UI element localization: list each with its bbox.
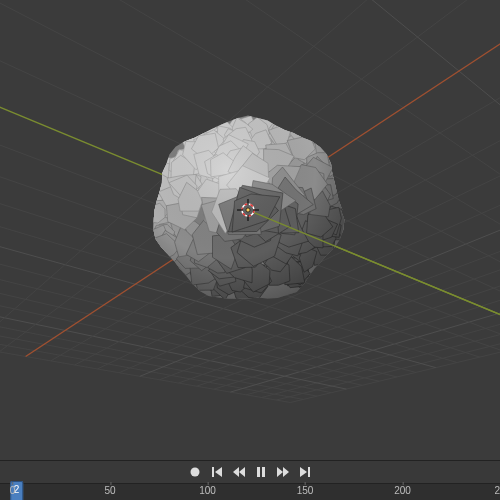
svg-marker-50 — [215, 467, 222, 477]
timeline-tick: 50 — [104, 485, 115, 496]
svg-rect-54 — [262, 467, 265, 477]
playback-controls — [186, 464, 314, 480]
svg-point-48 — [191, 468, 200, 477]
jump-to-end-button[interactable] — [296, 464, 314, 480]
svg-rect-58 — [308, 467, 310, 477]
timeline-panel: 2 05010015020025 — [0, 460, 500, 500]
jump-to-start-button[interactable] — [208, 464, 226, 480]
svg-marker-56 — [283, 467, 289, 477]
timeline-tick: 0 — [10, 485, 16, 496]
svg-marker-55 — [277, 467, 283, 477]
next-keyframe-button[interactable] — [274, 464, 292, 480]
svg-point-43 — [246, 208, 250, 212]
svg-rect-49 — [212, 467, 214, 477]
svg-marker-52 — [239, 467, 245, 477]
viewport-3d[interactable] — [0, 0, 500, 460]
svg-rect-53 — [257, 467, 260, 477]
timeline-tick: 150 — [297, 485, 314, 496]
timeline-ruler[interactable]: 2 05010015020025 — [0, 483, 500, 500]
timeline-tick: 25 — [494, 485, 500, 496]
record-button[interactable] — [186, 464, 204, 480]
timeline-tick: 200 — [394, 485, 411, 496]
svg-marker-51 — [233, 467, 239, 477]
prev-keyframe-button[interactable] — [230, 464, 248, 480]
pause-button[interactable] — [252, 464, 270, 480]
timeline-tick: 100 — [199, 485, 216, 496]
svg-marker-57 — [300, 467, 307, 477]
